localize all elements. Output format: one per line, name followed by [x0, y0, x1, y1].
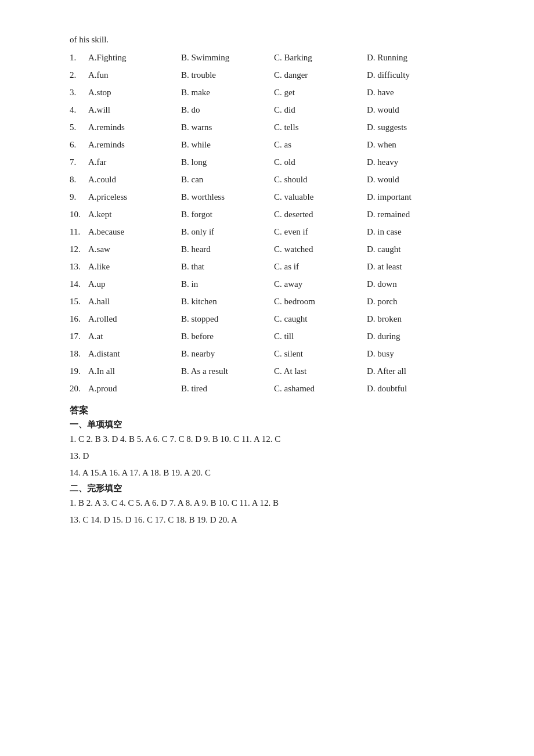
question-number: 20.: [70, 381, 88, 395]
option-a: A.saw: [88, 242, 181, 256]
section2-answers: 1. B 2. A 3. C 4. C 5. A 6. D 7. A 8. A …: [70, 495, 464, 528]
options-row: A.FightingB. SwimmingC. BarkingD. Runnin…: [88, 51, 464, 64]
question-number: 9.: [70, 190, 88, 204]
question-number: 17.: [70, 329, 88, 343]
option-a: A.stop: [88, 85, 181, 99]
question-number: 14.: [70, 277, 88, 291]
option-a: A.at: [88, 329, 181, 343]
section2-title: 二、完形填空: [70, 483, 464, 494]
answer-section: 答案 一、单项填空 1. C 2. B 3. D 4. B 5. A 6. C …: [70, 405, 464, 528]
option-d: D. have: [367, 85, 460, 99]
option-d: D. After all: [367, 364, 460, 378]
option-b: B. do: [181, 103, 274, 117]
option-b: B. before: [181, 329, 274, 343]
option-c: C. valuable: [274, 190, 367, 204]
option-b: B. only if: [181, 225, 274, 239]
option-d: D. when: [367, 138, 460, 152]
option-c: C. tells: [274, 120, 367, 134]
option-d: D. during: [367, 329, 460, 343]
option-c: C. caught: [274, 312, 367, 326]
option-c: C. should: [274, 172, 367, 186]
option-d: D. broken: [367, 312, 460, 326]
option-c: C. away: [274, 277, 367, 291]
option-d: D. porch: [367, 294, 460, 308]
option-b: B. heard: [181, 242, 274, 256]
option-d: D. heavy: [367, 155, 460, 169]
option-c: C. get: [274, 85, 367, 99]
option-b: B. As a result: [181, 364, 274, 378]
options-row: A.keptB. forgotC. desertedD. remained: [88, 207, 464, 221]
option-c: C. as if: [274, 260, 367, 273]
options-row: A.stopB. makeC. getD. have: [88, 85, 464, 99]
question-number: 19.: [70, 364, 88, 378]
option-a: A.distant: [88, 347, 181, 361]
intro-text: of his skill.: [70, 35, 464, 45]
option-a: A.reminds: [88, 120, 181, 134]
option-b: B. can: [181, 172, 274, 186]
answer-line: 13. D: [70, 448, 464, 464]
option-b: B. long: [181, 155, 274, 169]
option-d: D. important: [367, 190, 460, 204]
option-a: A.far: [88, 155, 181, 169]
option-c: C. Barking: [274, 51, 367, 64]
question-number: 1.: [70, 51, 88, 64]
option-a: A.Fighting: [88, 51, 181, 64]
option-c: C. old: [274, 155, 367, 169]
option-c: C. till: [274, 329, 367, 343]
option-c: C. At last: [274, 364, 367, 378]
option-a: A.could: [88, 172, 181, 186]
option-a: A.up: [88, 277, 181, 291]
question-row: 5.A.remindsB. warnsC. tellsD. suggests: [70, 120, 464, 134]
option-b: B. trouble: [181, 68, 274, 82]
question-number: 4.: [70, 103, 88, 117]
option-b: B. make: [181, 85, 274, 99]
option-a: A.hall: [88, 294, 181, 308]
option-a: A.kept: [88, 207, 181, 221]
option-a: A.like: [88, 260, 181, 273]
question-number: 5.: [70, 120, 88, 134]
question-number: 11.: [70, 225, 88, 239]
question-row: 13.A.likeB. thatC. as ifD. at least: [70, 260, 464, 273]
option-b: B. nearby: [181, 347, 274, 361]
question-number: 3.: [70, 85, 88, 99]
option-b: B. stopped: [181, 312, 274, 326]
option-b: B. worthless: [181, 190, 274, 204]
option-d: D. caught: [367, 242, 460, 256]
option-c: C. bedroom: [274, 294, 367, 308]
option-d: D. doubtful: [367, 381, 460, 395]
question-row: 20.A.proudB. tiredC. ashamedD. doubtful: [70, 381, 464, 395]
options-row: A.In allB. As a resultC. At lastD. After…: [88, 364, 464, 378]
option-d: D. Running: [367, 51, 460, 64]
question-number: 6.: [70, 138, 88, 152]
question-row: 12.A.sawB. heardC. watchedD. caught: [70, 242, 464, 256]
options-row: A.pricelessB. worthlessC. valuableD. imp…: [88, 190, 464, 204]
options-row: A.likeB. thatC. as ifD. at least: [88, 260, 464, 273]
option-c: C. as: [274, 138, 367, 152]
question-row: 7.A.farB. longC. oldD. heavy: [70, 155, 464, 169]
options-row: A.rolledB. stoppedC. caughtD. broken: [88, 312, 464, 326]
question-row: 1.A.FightingB. SwimmingC. BarkingD. Runn…: [70, 51, 464, 64]
question-number: 16.: [70, 312, 88, 326]
options-row: A.sawB. heardC. watchedD. caught: [88, 242, 464, 256]
options-row: A.distantB. nearbyC. silentD. busy: [88, 347, 464, 361]
option-b: B. forgot: [181, 207, 274, 221]
option-b: B. in: [181, 277, 274, 291]
options-row: A.funB. troubleC. dangerD. difficulty: [88, 68, 464, 82]
question-row: 14.A.upB. inC. awayD. down: [70, 277, 464, 291]
option-d: D. would: [367, 103, 460, 117]
question-row: 18.A.distantB. nearbyC. silentD. busy: [70, 347, 464, 361]
question-number: 12.: [70, 242, 88, 256]
option-b: B. warns: [181, 120, 274, 134]
answer-line: 14. A 15.A 16. A 17. A 18. B 19. A 20. C: [70, 465, 464, 481]
question-number: 7.: [70, 155, 88, 169]
option-b: B. Swimming: [181, 51, 274, 64]
option-a: A.fun: [88, 68, 181, 82]
question-row: 16.A.rolledB. stoppedC. caughtD. broken: [70, 312, 464, 326]
question-row: 15.A.hallB. kitchenC. bedroomD. porch: [70, 294, 464, 308]
option-b: B. tired: [181, 381, 274, 395]
option-a: A.proud: [88, 381, 181, 395]
question-number: 18.: [70, 347, 88, 361]
options-row: A.atB. beforeC. tillD. during: [88, 329, 464, 343]
option-c: C. watched: [274, 242, 367, 256]
option-d: D. remained: [367, 207, 460, 221]
